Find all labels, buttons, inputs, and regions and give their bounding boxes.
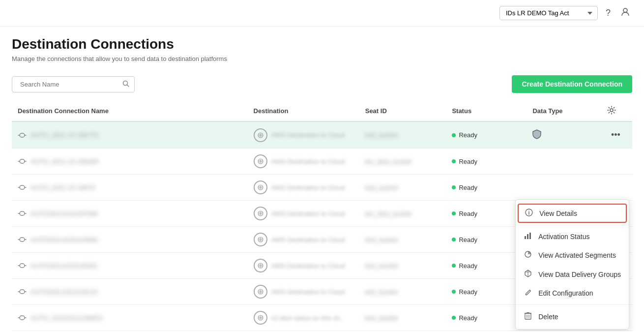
connection-icon <box>18 183 27 191</box>
seat-id: test_bucket <box>365 131 398 139</box>
status-dot-indicator <box>452 133 456 137</box>
connection-icon <box>18 131 27 139</box>
dest-name: AWS Destination to Cloud <box>271 131 345 139</box>
connection-name: AUTO_2021-10-180770 <box>30 131 99 139</box>
conn-name-cell: AUTO20211012128115 <box>18 288 242 296</box>
menu-item-icon <box>524 312 532 321</box>
svg-point-22 <box>528 211 529 211</box>
status-label: Ready <box>459 184 477 191</box>
dest-name: AWS Destination to Cloud <box>271 158 345 165</box>
svg-point-0 <box>623 8 627 12</box>
search-box <box>12 76 135 92</box>
status-label: Ready <box>459 314 477 322</box>
menu-item-label: Edit Configuration <box>538 289 593 297</box>
seat-id: tes_dest_bucket <box>365 210 412 217</box>
connection-name: AUTO_2021-10-180046 <box>30 158 99 165</box>
conn-name-cell: AUTO_2021-10-180046 <box>18 157 242 165</box>
status-label: Ready <box>459 131 477 139</box>
connection-icon <box>18 210 27 217</box>
dest-icon <box>254 128 267 142</box>
menu-divider <box>516 225 629 225</box>
status-dot-indicator <box>452 238 456 241</box>
dest-name: AWS Destination to Cloud <box>271 236 345 243</box>
status-dot-indicator <box>452 159 456 163</box>
menu-item-delete[interactable]: Delete <box>516 307 629 326</box>
dest-name: AWS Destination to Cloud <box>271 262 345 270</box>
table-row: AUTO_2021-10-180046 AWS Destination to C… <box>12 149 632 175</box>
col-header-settings[interactable] <box>601 101 632 121</box>
connection-name: AUTO20211012128115 <box>30 288 98 296</box>
create-destination-button[interactable]: Create Destination Connection <box>512 75 632 93</box>
top-bar: IDs LR DEMO Tag Act ? <box>0 0 644 27</box>
menu-item-view-activated-segments[interactable]: View Activated Segments <box>516 245 629 265</box>
dest-name: s3 dest status on this cli... <box>271 314 345 322</box>
connection-name: AUTO_10101011LINKEX <box>30 314 103 322</box>
status-cell: Ready <box>452 262 477 270</box>
status-label: Ready <box>459 158 477 165</box>
menu-item-activation-status[interactable]: Activation Status <box>516 227 629 245</box>
status-cell: Ready <box>452 184 477 191</box>
connection-icon <box>18 262 27 270</box>
col-header-dest: Destination <box>248 101 359 121</box>
svg-rect-25 <box>529 233 531 239</box>
conn-name-cell: AUTO_2021-10-18570 <box>18 183 242 191</box>
connection-name: AUTO_2021-10-18570 <box>30 184 95 191</box>
org-select[interactable]: IDs LR DEMO Tag Act <box>499 6 598 20</box>
status-cell: Ready <box>452 158 477 165</box>
connection-icon <box>18 314 27 322</box>
page-title: Destination Connections <box>12 36 632 52</box>
status-dot-indicator <box>452 185 456 189</box>
conn-name-cell: AUTO20211016143640 <box>18 236 242 243</box>
dest-icon <box>254 285 267 299</box>
more-options-button[interactable]: ••• <box>607 128 624 142</box>
dest-icon <box>254 154 267 168</box>
status-cell: Ready <box>452 314 477 322</box>
table-header-row: Destination Connection Name Destination … <box>12 101 632 121</box>
help-button[interactable]: ? <box>604 6 613 20</box>
menu-item-icon <box>524 250 532 260</box>
table-container: Destination Connection Name Destination … <box>0 101 644 331</box>
seat-id: test_bucket <box>365 288 398 296</box>
menu-item-icon <box>525 209 533 218</box>
connection-name: AUTO20211016145001 <box>30 262 98 270</box>
seat-id: test_bucket <box>365 184 398 191</box>
conn-name-cell: AUTO_2021-10-180770 <box>18 131 242 139</box>
menu-item-view-data-delivery-groups[interactable]: View Data Delivery Groups <box>516 265 629 284</box>
status-label: Ready <box>459 236 477 243</box>
dest-icon <box>254 259 267 272</box>
menu-divider <box>516 304 629 305</box>
seat-id: test_bucket <box>365 314 398 322</box>
dest-icon <box>254 181 267 194</box>
menu-item-label: Activation Status <box>538 233 589 241</box>
connection-icon <box>18 288 27 296</box>
user-button[interactable] <box>618 5 632 21</box>
menu-item-icon <box>524 270 532 279</box>
connection-name: AUTO20211016143640 <box>30 236 98 243</box>
page-subtitle: Manage the connections that allow you to… <box>12 55 632 62</box>
seat-id: tes_dest_bucket <box>365 158 412 165</box>
col-header-seat: Seat ID <box>359 101 446 121</box>
connection-name: AUTO20211016187000 <box>30 210 98 217</box>
svg-line-2 <box>127 85 129 87</box>
search-icon <box>122 80 129 89</box>
search-input[interactable] <box>17 77 122 92</box>
dest-icon <box>254 207 267 220</box>
menu-item-icon <box>524 289 532 298</box>
conn-name-cell: AUTO20211016187000 <box>18 210 242 217</box>
col-header-status: Status <box>446 101 527 121</box>
menu-item-view-details[interactable]: View Details <box>518 204 627 223</box>
shield-icon <box>532 132 541 141</box>
toolbar: Create Destination Connection <box>0 67 644 101</box>
page-header: Destination Connections Manage the conne… <box>0 27 644 67</box>
status-cell: Ready <box>452 210 477 217</box>
menu-item-edit-configuration[interactable]: Edit Configuration <box>516 284 629 302</box>
svg-rect-24 <box>527 234 528 239</box>
menu-item-label: View Activated Segments <box>538 251 616 259</box>
connection-icon <box>18 157 27 165</box>
conn-name-cell: AUTO_10101011LINKEX <box>18 314 242 322</box>
dest-name: AWS Destination to Cloud <box>271 288 345 296</box>
status-dot-indicator <box>452 264 456 268</box>
table-row: AUTO_2021-10-180770 AWS Destination to C… <box>12 121 632 149</box>
col-header-name: Destination Connection Name <box>12 101 248 121</box>
status-cell: Ready <box>452 131 477 139</box>
